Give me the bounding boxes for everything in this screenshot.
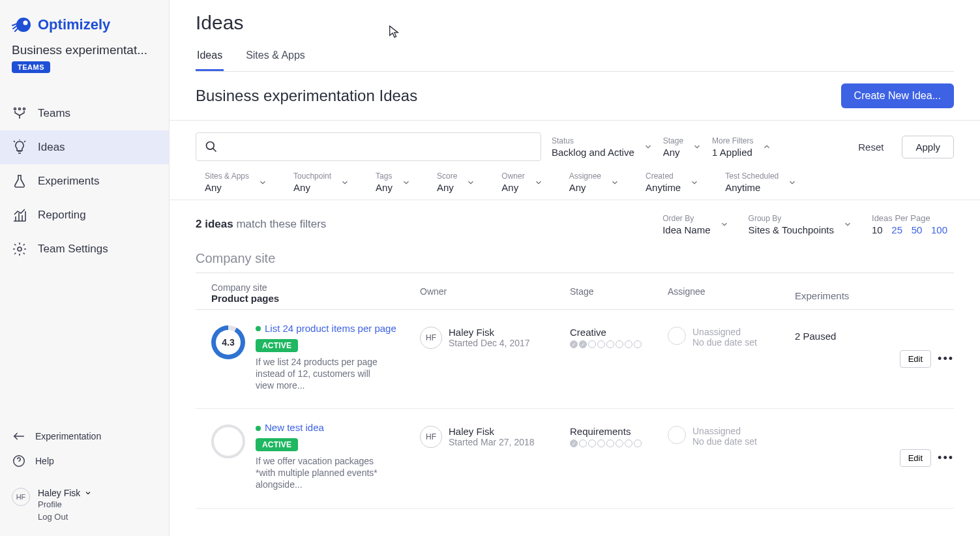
bottom-link-label: Help [35, 456, 54, 466]
main-content: Ideas Ideas Sites & Apps Business experi… [170, 0, 980, 536]
stage-progress: ✓✓ [570, 340, 668, 348]
nav-teams[interactable]: Teams [0, 97, 169, 130]
ipp-25[interactable]: 25 [891, 224, 902, 235]
user-menu-toggle[interactable]: Haley Fisk [38, 488, 92, 498]
create-new-idea-button[interactable]: Create New Idea... [841, 83, 954, 108]
chevron-down-icon [690, 178, 699, 187]
score-ring: 4.3 [211, 325, 245, 359]
gear-icon [12, 241, 27, 257]
svg-point-4 [23, 108, 25, 110]
reset-button[interactable]: Reset [850, 136, 891, 158]
teams-badge: TEAMS [12, 61, 50, 73]
group-by[interactable]: Group By Sites & Touchpoints [749, 214, 852, 235]
due-date: No due date set [692, 337, 757, 348]
assignee-avatar [668, 327, 686, 345]
nav-experiments[interactable]: Experiments [0, 164, 169, 198]
idea-description: If we offer vacation packages *with mult… [256, 455, 386, 491]
user-block: HF Haley Fisk Profile Log Out [12, 488, 157, 523]
search-icon [205, 140, 218, 153]
svg-point-7 [207, 142, 215, 150]
status-dot-icon [256, 426, 261, 431]
stage-progress: ✓ [570, 439, 668, 447]
more-menu-icon[interactable]: ••• [938, 352, 954, 366]
owner-name: Haley Fisk [449, 426, 535, 437]
score-ring [211, 424, 245, 458]
tab-ideas[interactable]: Ideas [196, 43, 224, 71]
active-badge: ACTIVE [256, 438, 298, 451]
ipp-100[interactable]: 100 [931, 224, 947, 235]
chevron-down-icon [610, 178, 619, 187]
idea-title-link[interactable]: New test idea [265, 422, 324, 434]
nav-label: Team Settings [38, 243, 108, 256]
chevron-down-icon [466, 178, 475, 187]
filter-sites-apps[interactable]: Sites & AppsAny [205, 171, 267, 193]
filter-touchpoint[interactable]: TouchpointAny [293, 171, 349, 193]
filter-tags[interactable]: TagsAny [376, 171, 411, 193]
due-date: No due date set [692, 436, 757, 447]
svg-point-2 [14, 108, 16, 110]
nav-reporting[interactable]: Reporting [0, 198, 169, 232]
col-experiments: Experiments [795, 282, 954, 304]
owner-started: Started Dec 4, 2017 [449, 338, 530, 348]
filter-more[interactable]: More Filters 1 Applied [712, 136, 771, 158]
chevron-down-icon [720, 220, 729, 229]
order-by[interactable]: Order By Idea Name [662, 214, 728, 235]
stage-name: Requirements [570, 426, 668, 437]
filter-created[interactable]: CreatedAnytime [646, 171, 699, 193]
brand-name: Optimizely [38, 16, 110, 33]
search-box [196, 132, 541, 161]
project-block: Business experimentat... TEAMS [0, 43, 169, 82]
project-name: Business experimentat... [12, 43, 157, 57]
logo[interactable]: Optimizely [0, 0, 169, 43]
back-arrow-icon [12, 429, 26, 443]
idea-title-link[interactable]: List 24 product items per page [265, 323, 396, 335]
chevron-down-icon [788, 178, 797, 187]
nav-team-settings[interactable]: Team Settings [0, 232, 169, 266]
chevron-down-icon [534, 178, 543, 187]
owner-avatar: HF [420, 426, 442, 448]
group-title: Company site [196, 251, 954, 273]
profile-link[interactable]: Profile [38, 498, 92, 511]
section-title: Business experimentation Ideas [196, 87, 417, 105]
ipp-50[interactable]: 50 [912, 224, 923, 235]
svg-point-3 [19, 108, 21, 110]
assignee-name: Unassigned [692, 426, 757, 436]
col-assignee: Assignee [668, 282, 795, 304]
ipp-10[interactable]: 10 [872, 224, 883, 235]
col-touchpoint: Product pages [211, 293, 279, 304]
chevron-down-icon [84, 489, 92, 497]
user-avatar[interactable]: HF [12, 488, 30, 506]
col-stage: Stage [570, 282, 668, 304]
filter-assignee[interactable]: AssigneeAny [569, 171, 619, 193]
edit-button[interactable]: Edit [900, 449, 931, 467]
search-input[interactable] [196, 132, 541, 161]
chart-icon [12, 207, 27, 223]
filter-test-scheduled[interactable]: Test ScheduledAnytime [725, 171, 797, 193]
filter-score[interactable]: ScoreAny [437, 171, 475, 193]
nav-label: Reporting [38, 209, 86, 222]
flask-icon [12, 173, 27, 189]
lightbulb-icon [12, 140, 27, 155]
filter-status[interactable]: Status Backlog and Active [552, 136, 653, 158]
nav-label: Experiments [38, 175, 99, 188]
edit-button[interactable]: Edit [900, 350, 931, 368]
optimizely-logo-icon [12, 14, 33, 35]
chevron-down-icon [340, 178, 349, 187]
experiments-cell: 2 Paused [795, 323, 900, 391]
svg-point-0 [16, 18, 31, 32]
chevron-down-icon [258, 178, 267, 187]
nav-ideas[interactable]: Ideas [0, 130, 169, 164]
more-menu-icon[interactable]: ••• [938, 451, 954, 465]
owner-avatar: HF [420, 327, 442, 349]
logout-link[interactable]: Log Out [38, 511, 92, 523]
svg-point-5 [18, 247, 22, 251]
filter-owner[interactable]: OwnerAny [501, 171, 542, 193]
filter-stage[interactable]: Stage Any [663, 136, 702, 158]
help-link[interactable]: Help [12, 449, 157, 473]
bottom-link-label: Experimentation [35, 431, 101, 441]
apply-button[interactable]: Apply [902, 136, 954, 158]
svg-point-1 [23, 21, 28, 25]
tab-sites-apps[interactable]: Sites & Apps [245, 43, 306, 71]
back-experimentation[interactable]: Experimentation [12, 424, 157, 449]
col-site: Company site [211, 282, 279, 293]
